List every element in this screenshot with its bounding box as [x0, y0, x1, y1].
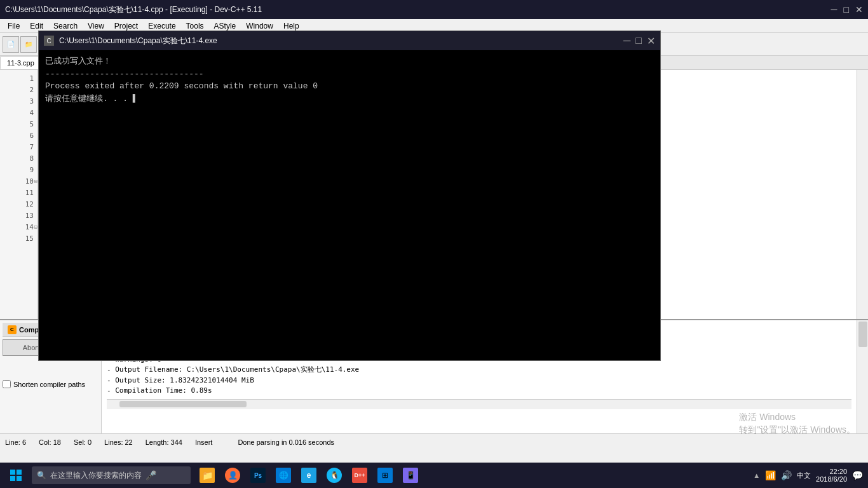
notification-icon[interactable]: 💬 [852, 470, 863, 480]
menu-astyle[interactable]: AStyle [209, 20, 241, 32]
status-mode: Insert [195, 438, 213, 446]
console-title-bar: C C:\Users\1\Documents\Cpapa\实验七\11-4.ex… [39, 31, 660, 50]
menu-execute[interactable]: Execute [143, 20, 180, 32]
ide-title-bar: C:\Users\1\Documents\Cpapa\实验七\11-4.cpp … [0, 0, 868, 19]
taskbar-search-text: 在这里输入你要搜索的内容 [50, 470, 142, 481]
taskbar-app-qq[interactable]: 🐧 [323, 464, 346, 487]
svg-rect-2 [10, 476, 15, 481]
line-number-panel: 1 2 3 4 5 6 7 8 9 10 ⊟ 11 12 13 14 ⊟ [0, 70, 38, 319]
fold-icon-14[interactable]: ⊟ [34, 224, 37, 230]
minimize-icon[interactable]: ─ [831, 4, 837, 15]
svg-rect-3 [17, 476, 22, 481]
taskbar-app-app4[interactable]: 🌐 [272, 464, 295, 487]
close-icon[interactable]: ✕ [855, 4, 863, 15]
windows-logo-icon [10, 469, 22, 482]
shorten-paths-label: Shorten compiler paths [13, 381, 85, 388]
taskbar-app-avatar[interactable]: 👤 [221, 464, 244, 487]
line-7: 7 [0, 141, 37, 152]
right-scrollbar-panel [857, 70, 868, 319]
menu-edit[interactable]: Edit [25, 20, 48, 32]
console-icon: C [44, 36, 54, 46]
console-line-3: 请按任意键继续. . . ▌ [45, 93, 654, 105]
status-lines-label: Lines: 22 [104, 438, 133, 446]
taskbar-app-fileexplorer[interactable]: 📁 [196, 464, 219, 487]
keyboard-lang[interactable]: 中文 [797, 471, 811, 480]
console-line-1: -------------------------------- [45, 68, 654, 81]
compile-line-5: - Output Size: 1.83242321014404 MiB [107, 376, 851, 386]
vertical-scrollbar[interactable] [857, 70, 868, 319]
system-tray-icons: ▲ [753, 471, 760, 479]
line-2: 2 [0, 84, 37, 95]
status-col-label: Col: 18 [39, 438, 61, 446]
line-9: 9 [0, 164, 37, 175]
menu-view[interactable]: View [83, 20, 109, 32]
compile-hscroll[interactable] [107, 399, 851, 409]
shorten-paths-check: Shorten compiler paths [3, 380, 98, 388]
taskbar-app-ie[interactable]: e [297, 464, 320, 487]
open-file-btn[interactable]: 📁 [20, 36, 37, 53]
fold-icon-10[interactable]: ⊟ [34, 178, 37, 184]
console-line-2: Process exited after 0.2209 seconds with… [45, 80, 654, 93]
console-minimize-icon[interactable]: ─ [623, 35, 630, 47]
activate-line2: 转到"设置"以激活 Windows。 [739, 424, 855, 436]
status-sel-label: Sel: 0 [74, 438, 92, 446]
new-file-btn[interactable]: 📄 [3, 36, 19, 53]
menu-window[interactable]: Window [241, 20, 278, 32]
taskbar-apps: 📁 👤 Ps 🌐 e 🐧 D++ ⊞ 📱 [196, 464, 422, 487]
activate-line1: 激活 Windows [739, 412, 855, 423]
taskbar-app-tiles[interactable]: ⊞ [374, 464, 397, 487]
taskbar-app-dev[interactable]: D++ [348, 464, 371, 487]
status-length-label: Length: 344 [146, 438, 182, 446]
console-window-controls: ─ □ ✕ [623, 35, 655, 47]
menu-file[interactable]: File [3, 20, 25, 32]
ide-window-controls: ─ □ ✕ [831, 4, 863, 15]
line-1: 1 [0, 72, 37, 84]
line-5: 5 [0, 118, 37, 130]
menu-tools[interactable]: Tools [181, 20, 209, 32]
console-body: 已成功写入文件！ -------------------------------… [39, 50, 660, 360]
line-12: 12 [0, 198, 37, 210]
line-6: 6 [0, 130, 37, 141]
menu-project[interactable]: Project [109, 20, 143, 32]
console-line-0: 已成功写入文件！ [45, 55, 654, 68]
taskbar-app-phone[interactable]: 📱 [399, 464, 422, 487]
line-13: 13 [0, 210, 37, 221]
menu-help[interactable]: Help [278, 20, 304, 32]
taskbar-search-icon: 🔍 [37, 471, 46, 480]
line-11: 11 [0, 187, 37, 198]
status-parse-msg: Done parsing in 0.016 seconds [238, 438, 334, 446]
tab-11-3[interactable]: 11-3.cpp [0, 57, 41, 69]
taskbar-search[interactable]: 🔍 在这里输入你要搜索的内容 🎤 [32, 466, 191, 484]
taskbar-clock[interactable]: 22:20 2018/6/20 [816, 468, 847, 483]
maximize-icon[interactable]: □ [844, 4, 849, 15]
line-3: 3 [0, 95, 37, 107]
compile-hscroll-thumb [119, 401, 247, 407]
console-maximize-icon[interactable]: □ [635, 35, 642, 47]
volume-icon[interactable]: 🔊 [781, 470, 792, 480]
status-bar: Line: 6 Col: 18 Sel: 0 Lines: 22 Length:… [0, 433, 868, 450]
compile-vscroll[interactable] [857, 320, 868, 433]
compile-line-4: - Output Filename: C:\Users\1\Documents\… [107, 365, 851, 376]
shorten-paths-checkbox[interactable] [3, 380, 11, 388]
menu-search[interactable]: Search [48, 20, 83, 32]
svg-rect-1 [17, 470, 22, 475]
status-line-label: Line: 6 [5, 438, 26, 446]
start-button[interactable] [0, 463, 32, 488]
svg-rect-0 [10, 470, 15, 475]
compile-icon: C [8, 325, 17, 334]
console-window: C C:\Users\1\Documents\Cpapa\实验七\11-4.ex… [38, 30, 661, 361]
console-close-icon[interactable]: ✕ [647, 35, 655, 47]
line-14: 14 ⊟ [0, 221, 37, 233]
taskbar-system-tray: ▲ 📶 🔊 中文 22:20 2018/6/20 💬 [748, 468, 868, 483]
line-15: 15 [0, 233, 37, 244]
taskbar: 🔍 在这里输入你要搜索的内容 🎤 📁 👤 Ps 🌐 e 🐧 D++ ⊞ � [0, 463, 868, 488]
line-numbers: 1 2 3 4 5 6 7 8 9 10 ⊟ 11 12 13 14 ⊟ [0, 70, 37, 247]
taskbar-mic-icon[interactable]: 🎤 [146, 470, 156, 480]
network-icon[interactable]: 📶 [765, 470, 776, 480]
ide-title: C:\Users\1\Documents\Cpapa\实验七\11-4.cpp … [5, 4, 831, 15]
line-4: 4 [0, 107, 37, 118]
console-title: C:\Users\1\Documents\Cpapa\实验七\11-4.exe [59, 36, 623, 46]
line-10: 10 ⊟ [0, 175, 37, 187]
line-8: 8 [0, 152, 37, 164]
taskbar-app-ps[interactable]: Ps [247, 464, 269, 487]
